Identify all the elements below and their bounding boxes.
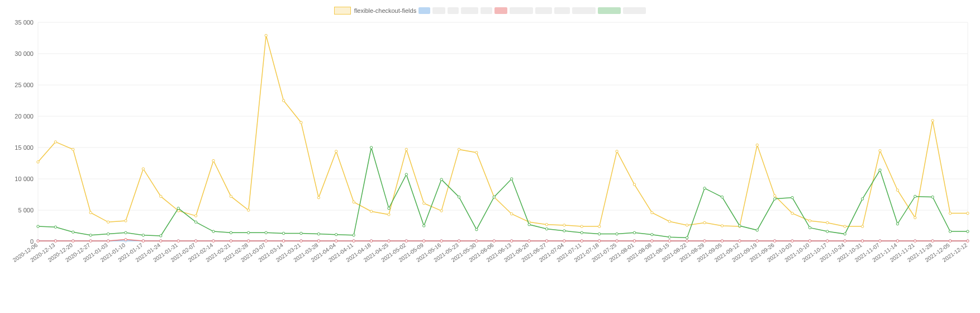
data-point bbox=[633, 240, 635, 242]
data-point bbox=[142, 234, 144, 236]
data-point bbox=[458, 196, 460, 198]
data-point bbox=[370, 240, 372, 242]
data-point bbox=[791, 196, 793, 198]
data-point bbox=[388, 214, 390, 216]
data-point bbox=[72, 240, 74, 242]
data-point bbox=[300, 121, 302, 124]
data-point bbox=[861, 198, 863, 200]
data-point bbox=[493, 196, 495, 198]
data-point bbox=[703, 240, 706, 242]
series-line-series-green bbox=[38, 148, 968, 238]
data-point bbox=[317, 240, 320, 242]
data-point bbox=[370, 146, 372, 149]
data-point bbox=[844, 233, 846, 235]
data-point bbox=[317, 196, 320, 198]
data-point bbox=[826, 240, 829, 242]
legend-ghost bbox=[418, 7, 430, 14]
legend-swatch bbox=[334, 7, 351, 15]
data-point bbox=[931, 240, 934, 242]
legend: flexible-checkout-fields bbox=[7, 6, 973, 16]
data-point bbox=[879, 169, 881, 171]
data-point bbox=[545, 227, 548, 230]
data-point bbox=[879, 240, 881, 242]
data-point bbox=[633, 183, 635, 186]
data-point bbox=[949, 212, 951, 214]
series-line-flexible-checkout-fields bbox=[38, 36, 968, 227]
data-point bbox=[826, 230, 829, 233]
data-point bbox=[317, 233, 320, 235]
data-point bbox=[861, 240, 863, 242]
data-point bbox=[37, 161, 39, 163]
data-point bbox=[967, 230, 969, 233]
data-point bbox=[353, 201, 355, 203]
line-chart: 05 00010 00015 00020 00025 00030 00035 0… bbox=[7, 19, 973, 287]
data-point bbox=[949, 240, 951, 242]
data-point bbox=[896, 240, 898, 242]
data-point bbox=[353, 240, 355, 242]
data-point bbox=[458, 240, 460, 242]
data-point bbox=[475, 151, 478, 154]
legend-ghost bbox=[461, 7, 478, 14]
data-point bbox=[440, 178, 443, 181]
data-point bbox=[475, 240, 478, 242]
data-point bbox=[248, 240, 250, 242]
data-point bbox=[528, 240, 530, 242]
data-point bbox=[282, 232, 284, 234]
data-point bbox=[388, 240, 390, 242]
data-point bbox=[89, 211, 92, 214]
data-point bbox=[791, 212, 793, 214]
legend-ghost bbox=[448, 7, 459, 14]
data-point bbox=[773, 240, 776, 242]
data-point bbox=[37, 225, 39, 227]
data-point bbox=[423, 240, 425, 242]
data-point bbox=[160, 240, 162, 242]
data-point bbox=[721, 196, 723, 198]
data-point bbox=[686, 224, 688, 226]
data-point bbox=[581, 231, 583, 234]
data-point bbox=[54, 240, 56, 242]
y-tick-label: 20 000 bbox=[15, 113, 34, 120]
data-point bbox=[125, 238, 127, 240]
legend-item-flexible-checkout-fields[interactable]: flexible-checkout-fields bbox=[334, 7, 416, 15]
data-point bbox=[353, 234, 355, 236]
data-point bbox=[967, 212, 969, 214]
data-point bbox=[423, 225, 425, 227]
data-point bbox=[703, 221, 706, 224]
data-point bbox=[879, 149, 881, 151]
data-point bbox=[510, 213, 512, 215]
data-point bbox=[581, 240, 583, 242]
data-point bbox=[686, 236, 688, 239]
data-point bbox=[703, 187, 706, 189]
data-point bbox=[107, 221, 109, 223]
data-point bbox=[773, 195, 776, 197]
data-point bbox=[510, 240, 512, 242]
data-point bbox=[423, 202, 425, 204]
data-point bbox=[142, 168, 144, 170]
data-point bbox=[194, 221, 197, 223]
data-point bbox=[510, 178, 512, 180]
data-point bbox=[651, 233, 653, 235]
data-point bbox=[616, 240, 618, 242]
chart-frame: { "chart_data": { "type": "line", "title… bbox=[0, 0, 980, 313]
data-point bbox=[914, 240, 916, 242]
data-point bbox=[230, 195, 232, 197]
legend-ghost-group bbox=[418, 7, 646, 14]
data-point bbox=[756, 240, 758, 242]
data-point bbox=[194, 240, 197, 242]
data-point bbox=[721, 225, 723, 227]
y-tick-label: 30 000 bbox=[15, 50, 34, 57]
data-point bbox=[107, 240, 109, 242]
data-point bbox=[282, 240, 284, 242]
data-point bbox=[914, 216, 916, 219]
data-point bbox=[248, 231, 250, 234]
data-point bbox=[528, 224, 530, 226]
data-point bbox=[405, 148, 407, 150]
data-point bbox=[125, 220, 127, 222]
legend-ghost bbox=[535, 7, 552, 14]
data-point bbox=[581, 225, 583, 227]
data-point bbox=[668, 220, 670, 222]
data-point bbox=[370, 210, 372, 212]
data-point bbox=[160, 195, 162, 197]
data-point bbox=[335, 150, 337, 153]
data-point bbox=[563, 230, 565, 232]
